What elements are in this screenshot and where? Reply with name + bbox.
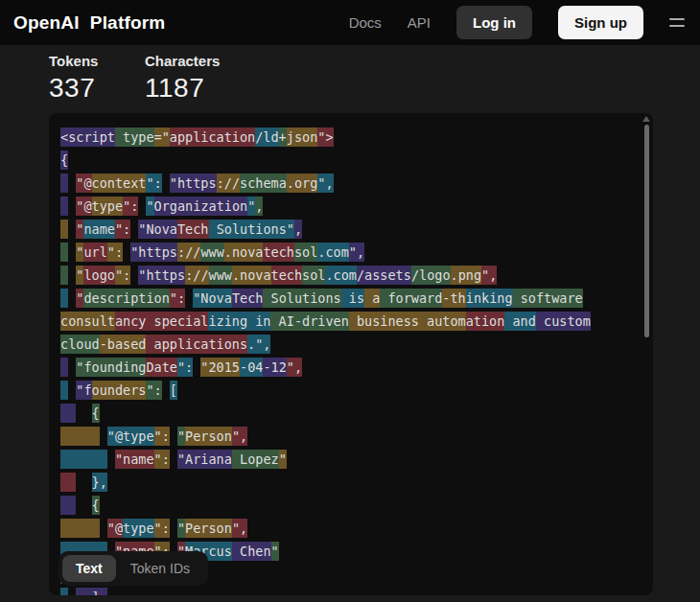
- token: ":: [115, 220, 130, 239]
- token: -th: [442, 289, 465, 308]
- token: "Nova: [193, 289, 232, 308]
- token: ":: [107, 243, 123, 262]
- token: ": [177, 519, 185, 538]
- token: [60, 450, 107, 469]
- token: ],: [76, 588, 107, 595]
- token: .nova: [224, 243, 264, 262]
- token: .nova: [232, 266, 271, 285]
- token: Person: [185, 427, 232, 446]
- token: ancy: [115, 312, 147, 331]
- token: [60, 404, 76, 423]
- tokenizer-output-panel[interactable]: <script type="application/ld+json">{ "@c…: [49, 113, 653, 595]
- characters-label: Characters: [145, 53, 241, 69]
- token: "f: [76, 381, 91, 400]
- token: forward: [380, 289, 442, 308]
- token: "@: [76, 197, 91, 216]
- token: Tech: [232, 289, 264, 308]
- token: ":: [115, 266, 130, 285]
- token: json: [287, 127, 318, 147]
- token: Lopez: [232, 450, 279, 469]
- token: {: [92, 404, 100, 423]
- token: logo: [83, 266, 115, 285]
- token: [100, 427, 107, 446]
- code-line: {: [60, 402, 640, 425]
- token: ",: [232, 427, 247, 446]
- token: tech: [271, 266, 303, 285]
- token: Organization: [154, 197, 248, 216]
- token: ",: [349, 243, 364, 262]
- token: },: [92, 473, 107, 492]
- token: Chen: [232, 542, 271, 561]
- token: and: [504, 312, 536, 331]
- token: ",: [287, 358, 302, 377]
- token: [60, 473, 76, 492]
- token: .com: [325, 266, 357, 285]
- token: /ld: [255, 127, 278, 147]
- signup-button[interactable]: Sign up: [558, 6, 643, 39]
- code-line: "@type": "Organization",: [60, 195, 640, 218]
- token: "Nova: [138, 220, 177, 239]
- code-line: "@type": "Person",: [60, 517, 640, 540]
- stat-characters: Characters 1187: [145, 53, 241, 104]
- token: tech: [263, 243, 294, 262]
- token: {: [92, 496, 100, 515]
- hamburger-menu-icon[interactable]: [669, 18, 685, 27]
- token: "2015: [200, 358, 240, 377]
- token: description: [83, 289, 169, 308]
- code-line: "logo": "https://www.novatechsol.com/ass…: [60, 264, 640, 287]
- token: /logo: [411, 266, 451, 285]
- token: .org: [287, 174, 318, 193]
- toggle-token-ids-option[interactable]: Token IDs: [116, 555, 204, 582]
- characters-value: 1187: [145, 73, 241, 104]
- token: [60, 496, 76, 515]
- token: sol: [294, 243, 317, 262]
- token: [107, 450, 115, 469]
- token: www: [200, 243, 223, 262]
- token: [170, 519, 177, 538]
- token: "founding: [76, 358, 146, 377]
- token: type: [92, 197, 124, 216]
- login-button[interactable]: Log in: [456, 6, 532, 39]
- scrollbar-thumb[interactable]: [644, 125, 649, 337]
- logo-platform: Platform: [90, 12, 166, 34]
- token: ://: [217, 174, 240, 193]
- nav-link-docs[interactable]: Docs: [349, 14, 382, 31]
- token: -04: [240, 358, 263, 377]
- token: ": [177, 427, 185, 446]
- token: -12: [263, 358, 286, 377]
- code-line: {: [60, 494, 640, 517]
- token: ":: [154, 519, 170, 538]
- token: "Ariana: [177, 450, 232, 469]
- code-line: "name": "Ariana Lopez": [60, 448, 640, 471]
- scrollbar-up-arrow-icon[interactable]: [642, 116, 650, 122]
- token: business: [349, 312, 419, 331]
- token: +: [279, 127, 287, 147]
- token: ://: [177, 243, 200, 262]
- token: [60, 588, 68, 595]
- token: [60, 243, 68, 262]
- openai-platform-logo[interactable]: OpenAI Platform: [13, 12, 165, 34]
- header-nav: Docs API Log in Sign up: [349, 6, 685, 39]
- token: ":: [154, 450, 170, 469]
- token: [76, 404, 91, 423]
- nav-link-api[interactable]: API: [408, 14, 431, 31]
- code-line: "url": "https://www.novatechsol.com",: [60, 241, 640, 264]
- token: [162, 174, 170, 193]
- token: [60, 197, 68, 216]
- token-stats: Tokens 337 Characters 1187: [49, 53, 241, 104]
- token: ounders: [92, 381, 147, 400]
- token: [185, 289, 193, 308]
- token: ,: [255, 197, 263, 216]
- code-line: "name": "NovaTech Solutions",: [60, 218, 640, 241]
- token: cloud: [60, 335, 100, 354]
- toggle-text-option[interactable]: Text: [62, 555, 116, 582]
- token: "@: [107, 519, 123, 538]
- token: "@: [76, 174, 91, 193]
- token: "https: [138, 266, 185, 285]
- token: "@type: [107, 427, 154, 446]
- token: -driven: [294, 312, 349, 331]
- token: [60, 266, 68, 285]
- token: ://: [185, 266, 208, 285]
- token: [170, 427, 177, 446]
- token: ":: [123, 197, 138, 216]
